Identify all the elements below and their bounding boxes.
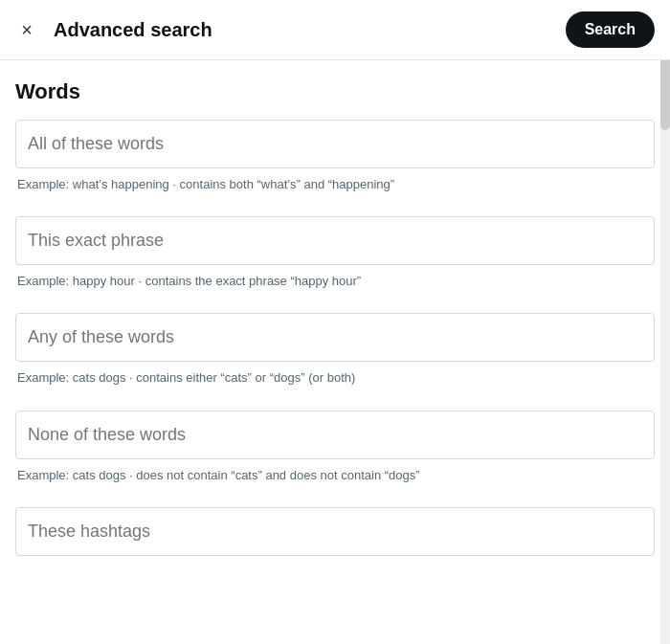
all-words-hint: Example: what’s happening · contains bot… [15,168,655,209]
none-words-input[interactable] [15,411,655,459]
scrollbar-track [660,54,670,644]
hashtags-group [15,507,655,556]
exact-phrase-group: Example: happy hour · contains the exact… [15,216,655,305]
any-words-hint: Example: cats dogs · contains either “ca… [15,362,655,402]
exact-phrase-hint: Example: happy hour · contains the exact… [15,265,655,305]
header-left: × Advanced search [15,18,212,41]
all-words-input[interactable] [15,120,655,168]
header: × Advanced search Search [0,0,670,60]
main-content: Words Example: what’s happening · contai… [0,60,670,644]
exact-phrase-input[interactable] [15,216,655,265]
search-button[interactable]: Search [566,11,655,48]
any-words-input[interactable] [15,313,655,362]
close-icon[interactable]: × [15,18,38,41]
none-words-group: Example: cats dogs · does not contain “c… [15,411,655,500]
all-words-group: Example: what’s happening · contains bot… [15,120,655,209]
any-words-group: Example: cats dogs · contains either “ca… [15,313,655,402]
none-words-hint: Example: cats dogs · does not contain “c… [15,459,655,500]
hashtags-input[interactable] [15,507,655,556]
page-title: Advanced search [54,19,212,41]
words-section-title: Words [15,60,655,120]
scrollbar-thumb[interactable] [660,54,670,130]
